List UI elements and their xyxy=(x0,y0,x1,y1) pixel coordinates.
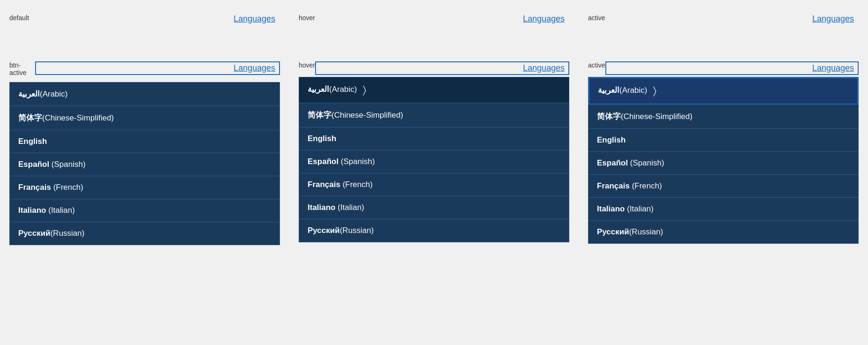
list-item[interactable]: Español (Spanish) xyxy=(299,150,569,173)
list-item[interactable]: العربية(Arabic) 〉 xyxy=(588,77,858,105)
english-label: English xyxy=(18,137,47,146)
italian-english: (Italian) xyxy=(46,206,75,215)
list-item[interactable]: Español (Spanish) xyxy=(588,152,858,175)
languages-button-active-mid[interactable]: Languages xyxy=(605,61,859,75)
french-native-active: Français xyxy=(597,181,630,190)
russian-native: Русский xyxy=(18,229,51,238)
list-item[interactable]: English xyxy=(10,130,280,153)
languages-button-active[interactable]: Languages xyxy=(35,61,280,75)
list-item[interactable]: العربية(Arabic) xyxy=(10,82,280,106)
arabic-native: العربية xyxy=(18,90,40,98)
french-native-hover: Français xyxy=(308,180,340,189)
cursor-icon: 〉 xyxy=(363,84,366,96)
spanish-english: (Spanish) xyxy=(49,160,85,169)
mid-top-row-3: active Languages xyxy=(588,61,859,75)
chinese-native-active: 简体字 xyxy=(597,112,621,121)
russian-native-hover: Русский xyxy=(308,226,340,235)
languages-button-active-top[interactable]: Languages xyxy=(605,14,859,24)
chinese-english: (Chinese-Simplified) xyxy=(42,113,114,122)
cursor-icon-active: 〉 xyxy=(653,85,656,97)
active-mid-label: active xyxy=(588,61,605,69)
page-container: default Languages btn-active Languages ا… xyxy=(0,0,868,259)
chinese-english-active: (Chinese-Simplified) xyxy=(621,112,692,121)
section-mid-1: btn-active Languages العربية(Arabic) 简体字… xyxy=(9,61,280,245)
italian-native: Italiano xyxy=(18,206,46,215)
italian-english-active: (Italian) xyxy=(625,204,654,213)
arabic-native-active: العربية xyxy=(598,86,619,95)
italian-english-hover: (Italian) xyxy=(336,203,364,212)
list-item[interactable]: Español (Spanish) xyxy=(10,153,280,176)
spanish-native: Español xyxy=(18,160,49,169)
languages-button-hover-active[interactable]: Languages xyxy=(315,61,569,75)
top-row-1: default Languages xyxy=(9,14,280,33)
chinese-native-hover: 简体字 xyxy=(308,111,331,120)
section-mid-2: hover Languages العربية(Arabic) 〉 简体字(Ch… xyxy=(299,61,569,242)
dropdown-3: العربية(Arabic) 〉 简体字(Chinese-Simplified… xyxy=(588,77,859,244)
list-item[interactable]: 简体字(Chinese-Simplified) xyxy=(10,106,280,130)
list-item[interactable]: English xyxy=(299,128,569,150)
list-item[interactable]: 简体字(Chinese-Simplified) xyxy=(299,103,569,128)
russian-english: (Russian) xyxy=(51,229,85,238)
mid-top-row-1: btn-active Languages xyxy=(9,61,280,80)
french-english-active: (French) xyxy=(630,181,662,190)
chinese-english-hover: (Chinese-Simplified) xyxy=(331,111,403,120)
spanish-native-hover: Español xyxy=(308,157,338,166)
spanish-english-hover: (Spanish) xyxy=(338,157,375,166)
list-item[interactable]: Italiano (Italian) xyxy=(299,196,569,219)
languages-button-default[interactable]: Languages xyxy=(29,14,280,24)
section-hover: hover Languages hover Languages العربية(… xyxy=(289,14,579,245)
top-row-3: active Languages xyxy=(588,14,859,33)
russian-native-active: Русский xyxy=(597,227,629,236)
state-label-hover-top: hover xyxy=(299,14,315,22)
mid-top-row-2: hover Languages xyxy=(299,61,569,75)
russian-english-hover: (Russian) xyxy=(340,226,374,235)
italian-native-hover: Italiano xyxy=(308,203,336,212)
chinese-native: 简体字 xyxy=(18,113,42,122)
spanish-english-active: (Spanish) xyxy=(628,158,664,167)
state-label-default: default xyxy=(9,14,29,22)
dropdown-2: العربية(Arabic) 〉 简体字(Chinese-Simplified… xyxy=(299,77,569,242)
list-item[interactable]: Русский(Russian) xyxy=(299,219,569,242)
languages-button-hover[interactable]: Languages xyxy=(315,14,569,24)
list-item[interactable]: Русский(Russian) xyxy=(588,221,858,243)
french-native: Français xyxy=(18,183,51,192)
russian-english-active: (Russian) xyxy=(629,227,663,236)
state-label-active-top: active xyxy=(588,14,605,22)
spanish-native-active: Español xyxy=(597,158,628,167)
list-item[interactable]: Français (French) xyxy=(588,175,858,198)
arabic-english-active: (Arabic) xyxy=(619,86,647,95)
section-mid-3: active Languages العربية(Arabic) 〉 简体字(C… xyxy=(588,61,859,244)
english-label-active: English xyxy=(597,135,625,144)
list-item[interactable]: 简体字(Chinese-Simplified) xyxy=(588,105,858,129)
italian-native-active: Italiano xyxy=(597,204,625,213)
dropdown-1: العربية(Arabic) 简体字(Chinese-Simplified) … xyxy=(9,82,280,245)
section-default: default Languages btn-active Languages ا… xyxy=(0,14,289,245)
list-item[interactable]: Italiano (Italian) xyxy=(588,198,858,221)
arabic-native-hover: العربية xyxy=(308,85,329,94)
french-english: (French) xyxy=(51,183,83,192)
list-item[interactable]: Italiano (Italian) xyxy=(10,199,280,222)
french-english-hover: (French) xyxy=(340,180,373,189)
list-item[interactable]: Français (French) xyxy=(10,176,280,199)
list-item[interactable]: العربية(Arabic) 〉 xyxy=(299,77,569,103)
btn-active-label: btn-active xyxy=(9,61,35,76)
list-item[interactable]: Русский(Russian) xyxy=(10,222,280,245)
english-label-hover: English xyxy=(308,134,336,143)
arabic-english-hover: (Arabic) xyxy=(329,85,357,94)
hover-mid-label: hover xyxy=(299,61,315,69)
list-item[interactable]: English xyxy=(588,129,858,152)
top-row-2: hover Languages xyxy=(299,14,569,33)
arabic-english: (Arabic) xyxy=(40,90,68,98)
list-item[interactable]: Français (French) xyxy=(299,173,569,196)
section-active: active Languages active Languages العربي… xyxy=(579,14,868,245)
